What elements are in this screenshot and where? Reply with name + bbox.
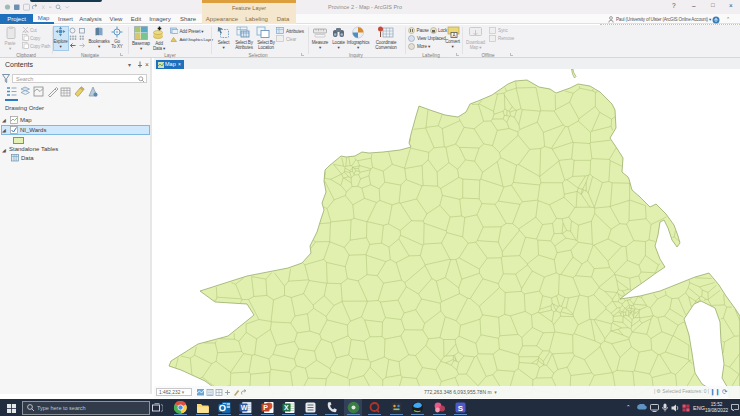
- svg-text:P: P: [263, 404, 268, 411]
- svg-text:X: X: [284, 404, 289, 411]
- svg-text:A: A: [453, 33, 456, 38]
- svg-text:W: W: [240, 404, 247, 411]
- svg-text:S: S: [457, 404, 463, 413]
